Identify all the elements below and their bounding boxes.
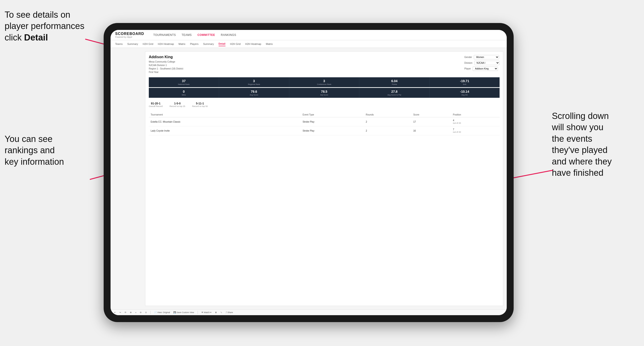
stat-regional-rank-value: 3 <box>220 79 288 83</box>
stat-sos: -19.71 SoS <box>430 77 500 87</box>
stat-regional-rank: 3 Regional Rank <box>219 77 289 87</box>
toolbar-share[interactable]: ⤴ Share <box>226 311 233 314</box>
tab-h2h-heatmap-1[interactable]: H2H Heatmap <box>158 42 174 46</box>
toolbar-watch[interactable]: 👁 Watch ▾ <box>201 311 212 314</box>
stat-wins-label: Wins <box>150 94 218 96</box>
tournament-table-body: Estella CC- Mountain Classic Stroke Play… <box>149 117 500 135</box>
col-rounds: Rounds <box>364 112 411 117</box>
stat-points: 6.04 Points <box>359 77 430 87</box>
tab-players[interactable]: Players <box>190 42 198 46</box>
tab-teams[interactable]: Teams <box>115 42 122 46</box>
player-header: Addison King Mesa Community College NJCA… <box>149 55 500 74</box>
annotation-top-left: To see details on player performances cl… <box>4 9 92 43</box>
record-overall: 91-20-1 Overall Record <box>149 102 162 107</box>
player-name: Addison King <box>149 55 183 59</box>
filter-row-division: Division NJCAA I <box>464 61 500 65</box>
toolbar-redo[interactable]: ↪ <box>119 311 121 314</box>
filter-gender-select[interactable]: Women <box>474 55 499 59</box>
filter-player-label: Player <box>464 67 471 70</box>
tab-h2h-grid-2[interactable]: H2H Grid <box>230 42 241 46</box>
filter-player-select[interactable]: Addison King <box>473 66 498 71</box>
toolbar-view-original[interactable]: 📄 View: Original <box>154 311 170 314</box>
col-score: Score <box>411 112 451 117</box>
player-info: Addison King Mesa Community College NJCA… <box>149 55 183 74</box>
stat-national-rank-value: 37 <box>150 79 218 83</box>
stat-avg-sg: -10.14 Avg SG <box>430 88 500 98</box>
annotation-r-3: the events <box>552 134 592 144</box>
stat-adj-score-value: 78.5 <box>291 90 358 93</box>
record-top25-label: Record vs top 25 <box>170 105 185 107</box>
top-nav: SCOREBOARD Powered by clippd TOURNAMENTS… <box>110 30 507 40</box>
stats-row-2: 0 Wins 79.6 Avg Score 78.5 Adj Score 2 <box>149 88 500 98</box>
record-top25: 1-5-0 Record vs top 25 <box>170 102 185 107</box>
position-2: 7 out of 20 <box>451 126 500 135</box>
toolbar-expand[interactable]: ⤡ <box>220 311 222 314</box>
tab-h2h-heatmap-2[interactable]: H2H Heatmap <box>245 42 262 46</box>
annotation-bl-2: rankings and <box>4 145 55 155</box>
annotation-r-1: Scrolling down <box>552 111 609 121</box>
filter-gender-label: Gender <box>464 56 472 58</box>
sub-nav: Teams Summary H2H Grid H2H Heatmap Matri… <box>110 40 507 48</box>
stat-avg-score-par-value: 27.8 <box>361 90 428 93</box>
toolbar-divider-2 <box>198 311 198 314</box>
player-division: NJCAA Division 1 <box>149 63 183 67</box>
filter-division-label: Division <box>464 62 472 64</box>
stat-avg-score-value: 79.6 <box>220 90 288 93</box>
stat-points-label: Points <box>361 83 428 85</box>
stat-avg-score-par: 27.8 Avg Score to Par <box>359 88 430 98</box>
records-row: 91-20-1 Overall Record 1-5-0 Record vs t… <box>149 101 500 109</box>
tab-matrix-2[interactable]: Matrix <box>266 42 273 46</box>
nav-item-tournaments[interactable]: TOURNAMENTS <box>154 33 176 37</box>
tab-h2h-grid-1[interactable]: H2H Grid <box>142 42 153 46</box>
stat-avg-score-par-label: Avg Score to Par <box>361 94 428 96</box>
stat-regional-rank-label: Regional Rank <box>220 83 288 85</box>
record-top25-value: 1-5-0 <box>170 102 185 105</box>
tab-summary-1[interactable]: Summary <box>127 42 138 46</box>
annotation-bl-1: You can see <box>4 134 52 144</box>
tab-detail[interactable]: Detail <box>218 42 226 46</box>
position-1: 4 out of 20 <box>451 117 500 126</box>
filter-division-select[interactable]: NJCAA I <box>474 61 500 65</box>
nav-item-committee[interactable]: COMMITTEE <box>198 33 215 37</box>
table-row: Estella CC- Mountain Classic Stroke Play… <box>149 117 500 126</box>
stats-row-1: 37 National Rank 3 Regional Rank 3 Confe… <box>149 77 500 87</box>
col-empty <box>286 112 300 117</box>
stat-national-rank: 37 National Rank <box>149 77 219 87</box>
toolbar-zoom-reset[interactable]: = <box>135 311 136 314</box>
annotation-bottom-left: You can see rankings and key information <box>4 133 83 168</box>
annotation-right: Scrolling down will show you the events … <box>552 110 640 178</box>
record-top50: 5-11-1 Record vs top 50 <box>192 102 208 107</box>
record-top50-value: 5-11-1 <box>192 102 208 105</box>
rounds-1: 2 <box>364 117 411 126</box>
stat-conference-rank-label: Conference Rank <box>291 83 358 85</box>
tournament-table-header: Tournament Event Type Rounds Score Posit… <box>149 112 500 117</box>
bottom-toolbar: ↩ ↪ ⟳ ⊕ = ⊖ ⊙ 📄 View: Original 💾 Save Cu… <box>110 309 507 315</box>
tablet-screen: SCOREBOARD Powered by clippd TOURNAMENTS… <box>110 30 507 315</box>
tab-summary-2[interactable]: Summary <box>203 42 214 46</box>
toolbar-zoom-in[interactable]: ⊕ <box>130 311 132 314</box>
empty-cell-1 <box>286 117 300 126</box>
stat-avg-sg-value: -10.14 <box>431 90 498 93</box>
table-row: Lady Coyote Invite Stroke Play 2 16 7 ou… <box>149 126 500 135</box>
toolbar-zoom-out[interactable]: ⊖ <box>140 311 142 314</box>
toolbar-undo[interactable]: ↩ <box>114 311 116 314</box>
filter-row-gender: Gender Women <box>464 55 500 59</box>
player-filters: Gender Women Division NJCAA I <box>464 55 500 74</box>
stat-adj-score-label: Adj Score <box>291 94 358 96</box>
toolbar-refresh[interactable]: ⟳ <box>124 311 126 314</box>
nav-item-teams[interactable]: TEAMS <box>182 33 192 37</box>
stat-avg-sg-label: Avg SG <box>431 94 498 96</box>
logo-sub-text: Powered by clippd <box>115 36 144 38</box>
player-college: Mesa Community College <box>149 60 183 63</box>
score-1: 17 <box>411 117 451 126</box>
toolbar-save-custom[interactable]: 💾 Save Custom View <box>174 311 194 314</box>
annotation-bl-3: key information <box>4 157 64 167</box>
toolbar-time[interactable]: ⊙ <box>145 311 147 314</box>
score-2: 16 <box>411 126 451 135</box>
tab-matrix-1[interactable]: Matrix <box>178 42 186 46</box>
nav-item-rankings[interactable]: RANKINGS <box>221 33 236 37</box>
stat-points-value: 6.04 <box>361 79 428 83</box>
stat-wins: 0 Wins <box>149 88 219 98</box>
toolbar-screen[interactable]: 🖥 <box>215 311 217 314</box>
annotation-r-6: have finished <box>552 168 604 177</box>
